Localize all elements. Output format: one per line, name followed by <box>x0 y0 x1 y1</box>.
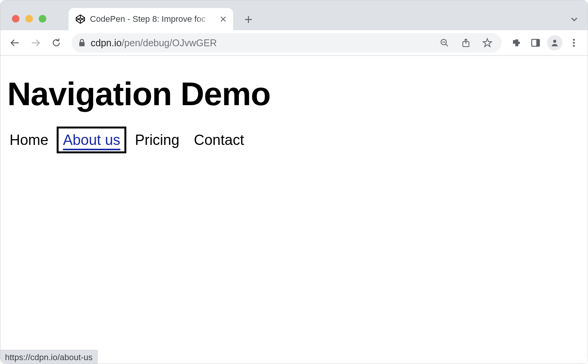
svg-point-18 <box>553 40 556 43</box>
browser-toolbar: cdpn.io/pen/debug/OJvwGER <box>0 30 588 55</box>
svg-point-19 <box>573 39 575 41</box>
browser-chrome: CodePen - Step 8: Improve foc cdpn.io <box>0 0 588 56</box>
codepen-icon <box>75 14 85 24</box>
close-tab-button[interactable] <box>219 15 227 23</box>
tabs-dropdown-button[interactable] <box>570 15 578 25</box>
forward-button[interactable] <box>27 34 44 51</box>
svg-point-20 <box>573 42 575 44</box>
maximize-window-button[interactable] <box>39 15 46 23</box>
sidepanel-icon[interactable] <box>528 35 543 50</box>
zoom-out-icon[interactable] <box>437 35 452 50</box>
back-button[interactable] <box>7 34 23 51</box>
svg-line-11 <box>446 44 448 46</box>
bookmark-star-icon[interactable] <box>480 35 495 50</box>
new-tab-button[interactable] <box>240 11 257 28</box>
browser-tab[interactable]: CodePen - Step 8: Improve foc <box>69 8 233 30</box>
nav-link-about-us[interactable]: About us <box>60 130 122 150</box>
extensions-icon[interactable] <box>509 35 524 50</box>
page-content: Navigation Demo Home About us Pricing Co… <box>0 56 588 364</box>
svg-point-21 <box>573 45 575 47</box>
nav-link-home[interactable]: Home <box>7 130 51 150</box>
url-domain: cdpn.io <box>91 37 122 48</box>
svg-marker-15 <box>483 39 492 47</box>
tab-strip: CodePen - Step 8: Improve foc <box>0 0 588 30</box>
svg-rect-17 <box>536 39 539 46</box>
status-bar: https://cdpn.io/about-us <box>0 350 98 364</box>
minimize-window-button[interactable] <box>25 15 33 23</box>
close-window-button[interactable] <box>12 15 20 23</box>
profile-avatar[interactable] <box>547 35 562 50</box>
nav-list: Home About us Pricing Contact <box>7 132 581 148</box>
address-bar[interactable]: cdpn.io/pen/debug/OJvwGER <box>72 33 502 52</box>
tab-title: CodePen - Step 8: Improve foc <box>90 14 215 24</box>
url-text: cdpn.io/pen/debug/OJvwGER <box>91 37 431 49</box>
kebab-menu-icon[interactable] <box>566 35 581 50</box>
lock-icon <box>78 39 85 47</box>
page-heading: Navigation Demo <box>7 75 581 113</box>
nav-link-pricing[interactable]: Pricing <box>132 130 181 150</box>
share-icon[interactable] <box>458 35 474 50</box>
nav-link-contact[interactable]: Contact <box>192 130 247 150</box>
window-controls <box>12 15 46 23</box>
url-path: /pen/debug/OJvwGER <box>122 37 217 48</box>
svg-rect-9 <box>79 42 85 46</box>
reload-button[interactable] <box>48 34 65 51</box>
